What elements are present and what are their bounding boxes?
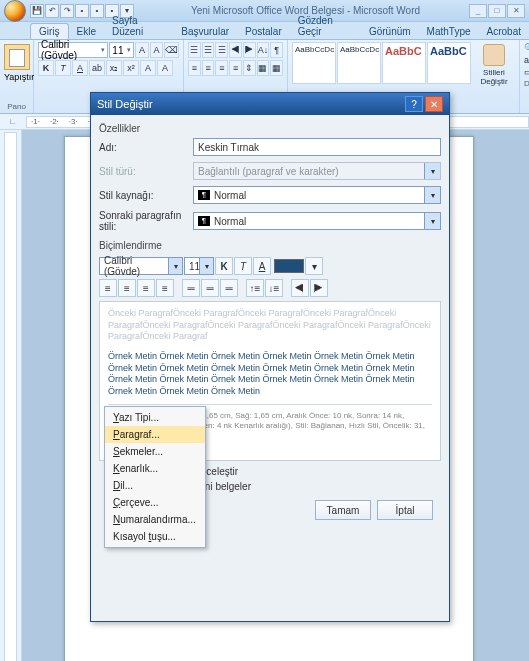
format-italic-button[interactable]: T — [234, 257, 252, 275]
justify-button[interactable]: ≡ — [229, 60, 242, 76]
font-name-select[interactable]: Calibri (Gövde)▾ — [38, 42, 108, 58]
qat-icon[interactable]: • — [75, 4, 89, 18]
menu-border[interactable]: Kenarlık... — [105, 460, 205, 477]
menu-frame[interactable]: Çerçeve... — [105, 494, 205, 511]
align-right-button[interactable]: ≡ — [137, 279, 155, 297]
style-item[interactable]: AaBbCcDc — [337, 42, 381, 84]
line-spacing-button[interactable]: ⇕ — [243, 60, 256, 76]
multilevel-button[interactable]: ☰ — [215, 42, 228, 58]
paste-label[interactable]: Yapıştır — [4, 72, 29, 82]
font-color-button[interactable]: A — [157, 60, 173, 76]
tab-selector[interactable]: ∟ — [0, 117, 26, 126]
chevron-down-icon: ▾ — [424, 187, 440, 203]
shading-button[interactable]: ▦ — [257, 60, 270, 76]
sort-button[interactable]: A↓ — [257, 42, 270, 58]
ok-button[interactable]: Tamam — [315, 500, 371, 520]
menu-language[interactable]: Dil... — [105, 477, 205, 494]
style-item[interactable]: AaBbC — [427, 42, 471, 84]
menu-paragraph[interactable]: Paragraf... — [105, 426, 205, 443]
next-style-select[interactable]: Normal▾ — [193, 212, 441, 230]
select-button[interactable]: ▭Seç — [524, 67, 529, 77]
format-size-select[interactable]: 11▾ — [184, 257, 214, 275]
bold-button[interactable]: K — [38, 60, 54, 76]
dialog-titlebar[interactable]: Stil Değiştir ? ✕ — [91, 93, 449, 115]
redo-icon[interactable]: ↷ — [60, 4, 74, 18]
format-underline-button[interactable]: A — [253, 257, 271, 275]
align-center-button[interactable]: ≡ — [202, 60, 215, 76]
office-button[interactable] — [4, 0, 26, 22]
chevron-down-icon: ▾ — [168, 258, 182, 274]
name-input[interactable]: Keskin Tırnak — [193, 138, 441, 156]
italic-button[interactable]: T — [55, 60, 71, 76]
select-icon: ▭ — [524, 67, 529, 77]
underline-button[interactable]: A — [72, 60, 88, 76]
tab-references[interactable]: Başvurular — [173, 24, 237, 39]
menu-tabs[interactable]: Sekmeler... — [105, 443, 205, 460]
format-bold-button[interactable]: K — [215, 257, 233, 275]
menu-numbering[interactable]: Numaralandırma... — [105, 511, 205, 528]
close-button[interactable]: ✕ — [425, 96, 443, 112]
style-item[interactable]: AaBbCcDc — [292, 42, 336, 84]
space-before-button[interactable]: ↑≡ — [246, 279, 264, 297]
change-styles-button[interactable]: Stilleri Değiştir — [473, 42, 515, 86]
borders-button[interactable]: ▦ — [270, 60, 283, 76]
menu-font[interactable]: YYazı Tipi...azı Tipi... — [105, 409, 205, 426]
tab-insert[interactable]: Ekle — [69, 24, 104, 39]
indent-button[interactable]: ⯈ — [310, 279, 328, 297]
highlight-button[interactable]: A — [140, 60, 156, 76]
tab-review[interactable]: Gözden Geçir — [290, 13, 361, 39]
grow-font-icon[interactable]: A — [135, 42, 148, 58]
properties-section-label: Özellikler — [99, 123, 441, 134]
numbering-button[interactable]: ☰ — [202, 42, 215, 58]
tab-page-layout[interactable]: Sayfa Düzeni — [104, 13, 173, 39]
clipboard-group-label: Pano — [4, 102, 29, 111]
clear-formatting-icon[interactable]: ⌫ — [164, 42, 179, 58]
align-right-button[interactable]: ≡ — [215, 60, 228, 76]
close-button[interactable]: ✕ — [507, 4, 525, 18]
spacing-15-button[interactable]: ═ — [201, 279, 219, 297]
replace-button[interactable]: abDeğiştir — [524, 55, 529, 65]
minimize-button[interactable]: _ — [469, 4, 487, 18]
format-font-select[interactable]: Calibri (Gövde)▾ — [99, 257, 183, 275]
font-size-select[interactable]: 11▾ — [109, 42, 134, 58]
help-button[interactable]: ? — [405, 96, 423, 112]
align-center-button[interactable]: ≡ — [118, 279, 136, 297]
font-name-value: Calibri (Gövde) — [41, 40, 97, 61]
strike-button[interactable]: ab — [89, 60, 105, 76]
indent-button[interactable]: ⯈ — [243, 42, 256, 58]
cancel-button[interactable]: İptal — [377, 500, 433, 520]
find-button[interactable]: 🔍Bul — [524, 43, 529, 53]
show-marks-button[interactable]: ¶ — [270, 42, 283, 58]
tab-mailings[interactable]: Postalar — [237, 24, 290, 39]
bullets-button[interactable]: ☰ — [188, 42, 201, 58]
paste-icon[interactable] — [4, 44, 30, 70]
format-color-well[interactable] — [274, 259, 304, 273]
outdent-button[interactable]: ⯇ — [291, 279, 309, 297]
menu-shortcut[interactable]: Kısayol tuşu... — [105, 528, 205, 545]
qat-icon[interactable]: • — [90, 4, 104, 18]
align-left-button[interactable]: ≡ — [99, 279, 117, 297]
tab-home[interactable]: Giriş — [30, 23, 69, 39]
tab-view[interactable]: Görünüm — [361, 24, 419, 39]
justify-button[interactable]: ≡ — [156, 279, 174, 297]
tab-acrobat[interactable]: Acrobat — [479, 24, 529, 39]
spacing-2-button[interactable]: ═ — [220, 279, 238, 297]
based-on-select[interactable]: Normal▾ — [193, 186, 441, 204]
space-after-button[interactable]: ↓≡ — [265, 279, 283, 297]
spacing-1-button[interactable]: ═ — [182, 279, 200, 297]
name-label: Adı: — [99, 142, 187, 153]
vertical-ruler[interactable] — [0, 130, 22, 661]
tab-mathtype[interactable]: MathType — [419, 24, 479, 39]
align-left-button[interactable]: ≡ — [188, 60, 201, 76]
superscript-button[interactable]: x² — [123, 60, 139, 76]
undo-icon[interactable]: ↶ — [45, 4, 59, 18]
format-color-dropdown[interactable]: ▾ — [305, 257, 323, 275]
shrink-font-icon[interactable]: A — [150, 42, 163, 58]
styles-gallery[interactable]: AaBbCcDc AaBbCcDc AaBbC AaBbC — [292, 42, 471, 86]
chevron-down-icon: ▾ — [424, 163, 440, 179]
subscript-button[interactable]: x₂ — [106, 60, 122, 76]
outdent-button[interactable]: ⯇ — [229, 42, 242, 58]
save-icon[interactable]: 💾 — [30, 4, 44, 18]
style-item[interactable]: AaBbC — [382, 42, 426, 84]
maximize-button[interactable]: □ — [488, 4, 506, 18]
